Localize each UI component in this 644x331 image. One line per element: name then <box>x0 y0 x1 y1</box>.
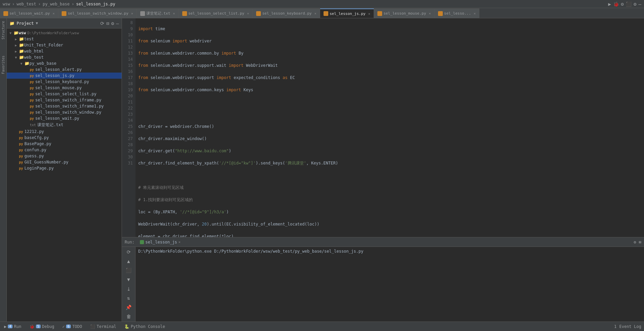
debug-icon[interactable]: 🐞 <box>613 1 619 7</box>
tree-item-basepage[interactable]: py BasePage.py <box>7 141 122 147</box>
tab-sel-lesson-js[interactable]: sel_lesson_js.py ✕ <box>320 8 374 18</box>
expand-arrow: ▶ <box>15 43 19 47</box>
tab-sel-lesson-wait[interactable]: sel_lesson_wait.py ✕ <box>0 8 58 18</box>
tree-item-wsw[interactable]: ▼ 📁 wsw D:\PythonWorkFolder\wsw <box>7 30 122 36</box>
bottom-tab-debug[interactable]: 🐞 5 Debug <box>28 322 56 331</box>
bc-active-file: sel_lesson_js.py <box>76 2 116 6</box>
tab-sel-lesson-keyboard[interactable]: sel_lesson_keyboard.py ✕ <box>253 8 320 18</box>
scroll-down-button[interactable]: ▼ <box>125 276 133 283</box>
debug-badge: 5 <box>36 325 41 328</box>
sidebar-header-actions: ⟳ ⊟ ⚙ — <box>100 21 119 26</box>
tree-item-sel-lesson-select-list[interactable]: py sel_lesson_select_list.py <box>7 91 122 97</box>
pin-button[interactable]: 📌 <box>125 304 133 311</box>
tree-item-sel-lesson-js[interactable]: py sel_lesson_js.py <box>7 73 122 79</box>
tab-label: sel_lesson_js.py <box>330 12 366 16</box>
tree-item-sel-lesson-wait[interactable]: py sel_lesson_wait.py <box>7 115 122 121</box>
stop-icon[interactable]: ⬛ <box>626 1 631 7</box>
tab-close[interactable]: ✕ <box>131 12 133 15</box>
tree-item-notes[interactable]: txt 课堂笔记.txt <box>7 121 122 129</box>
settings-icon[interactable]: ⚙ <box>111 21 114 26</box>
code-line-17: chr_driver.maximize_window() <box>138 136 641 142</box>
left-edge-panel: Structure Favorites <box>0 18 7 322</box>
breadcrumb: wsw › web_test › py_web_base › sel_lesso… <box>3 2 115 6</box>
tree-item-basecfg[interactable]: py baseCfg.py <box>7 135 122 141</box>
tab-sel-lesson-mouse[interactable]: sel_lesson_mouse.py ✕ <box>374 8 435 18</box>
tab-notes[interactable]: 课堂笔记.txt ✕ <box>137 8 179 18</box>
code-line-22: # 1.找到要滚动到可见区域的 <box>138 197 641 203</box>
run-tab-icon: ▶ <box>4 324 6 329</box>
tab-close[interactable]: ✕ <box>247 12 249 15</box>
tab-sel-lesson-select-list[interactable]: sel_lesson_select_list.py ✕ <box>179 8 253 18</box>
code-line-16: chr_driver = webdriver.Chrome() <box>138 123 641 130</box>
tree-item-guess[interactable]: py guess.py <box>7 153 122 159</box>
tab-close[interactable]: ✕ <box>53 12 55 15</box>
tree-item-unit-test-folder[interactable]: ▶ 📁 Unit_Test_Folder <box>7 42 122 48</box>
tab-icon-py <box>324 11 328 16</box>
tree-item-sel-lesson-mouse[interactable]: py sel_lesson_mouse.py <box>7 85 122 91</box>
tree-item-sel-lesson-switch-window[interactable]: py sel_lesson_switch_window.py <box>7 109 122 115</box>
minimize-sidebar-icon[interactable]: — <box>116 21 119 26</box>
project-tree: ▼ 📁 wsw D:\PythonWorkFolder\wsw ▶ 📁 test… <box>7 28 122 322</box>
tree-item-web-test[interactable]: ▼ 📁 web_test <box>7 54 122 60</box>
tree-item-test[interactable]: ▶ 📁 test <box>7 36 122 42</box>
code-line-23: loc = (By.XPATH, '//*[@id="9"]/h3/a') <box>138 209 641 215</box>
tree-item-confun[interactable]: py confun.py <box>7 147 122 153</box>
tree-item-web-html[interactable]: ▶ 📁 web_html <box>7 48 122 54</box>
py-file-icon: py <box>19 136 23 140</box>
minimize-icon[interactable]: — <box>639 1 641 7</box>
py-file-icon: py <box>19 167 23 170</box>
stop-button[interactable]: ⬛ <box>125 267 133 274</box>
folder-icon: 📁 <box>19 55 24 60</box>
bottom-tab-todo[interactable]: ✓ 6 TODO <box>61 322 83 331</box>
tab-close[interactable]: ✕ <box>314 12 316 15</box>
run-settings-restore[interactable]: ⊞ <box>639 240 641 245</box>
rerun-button[interactable]: ⟳ <box>125 248 133 255</box>
tab-close[interactable]: ✕ <box>474 12 476 15</box>
sync-icon[interactable]: ⟳ <box>100 21 104 26</box>
tree-item-label: sel_lesson_switch_iframe.py <box>35 98 101 102</box>
bottom-tab-run[interactable]: ▶ 4 Run <box>3 322 23 331</box>
tab-sel-lesson-more[interactable]: sel_lesso... ✕ <box>435 8 480 18</box>
settings-icon[interactable]: ⚙ <box>633 1 636 7</box>
trash-button[interactable]: 🗑 <box>125 313 133 320</box>
run-tab-label: Run <box>14 324 21 329</box>
run-tab-close[interactable]: ✕ <box>179 240 181 244</box>
sort-button[interactable]: ⇅ <box>125 294 133 301</box>
folder-icon: 📁 <box>19 43 24 47</box>
favorites-label[interactable]: Favorites <box>1 54 6 75</box>
scroll-up-button[interactable]: ▲ <box>125 257 133 265</box>
tab-icon-py <box>182 11 187 16</box>
tree-item-sel-lesson-keyboard[interactable]: py sel_lesson_keyboard.py <box>7 79 122 85</box>
project-dropdown-icon[interactable]: ▼ <box>36 21 38 25</box>
code-editor[interactable]: import time from selenium import webdriv… <box>136 18 644 237</box>
tree-item-loginpage[interactable]: py LoginPage.py <box>7 165 122 171</box>
structure-label[interactable]: Structure <box>1 20 6 41</box>
run-icon[interactable]: ▶ <box>608 1 611 7</box>
code-line-15 <box>138 111 641 117</box>
bottom-tab-python-console[interactable]: 🐍 Python Console <box>123 322 166 331</box>
tree-item-gui-guess[interactable]: py GUI_GuessNumber.py <box>7 159 122 165</box>
coverage-icon[interactable]: ⚙ <box>621 1 624 7</box>
line-numbers: 8 9 10 11 12 13 14 15 16 17 18 19 20 21 … <box>122 18 136 237</box>
tree-item-sel-lesson-alert[interactable]: py sel_lesson_alert.py <box>7 66 122 73</box>
tree-item-label: 12212.py <box>24 129 44 134</box>
bottom-tab-terminal[interactable]: ⬛ Terminal <box>89 322 118 331</box>
sidebar-title: Project <box>17 21 34 26</box>
tree-item-sel-lesson-switch-iframe[interactable]: py sel_lesson_switch_iframe.py <box>7 97 122 103</box>
collapse-icon[interactable]: ⊟ <box>106 21 109 26</box>
tab-close[interactable]: ✕ <box>429 12 431 15</box>
tree-item-12212[interactable]: py 12212.py <box>7 129 122 135</box>
tree-item-sel-lesson-switch-iframe1[interactable]: py sel_lesson_switch_iframe1.py <box>7 103 122 109</box>
todo-badge: 6 <box>66 325 71 328</box>
py-file-icon: py <box>19 154 23 158</box>
run-settings-gear[interactable]: ⚙ <box>634 240 636 245</box>
folder-icon: 📁 <box>19 49 24 54</box>
tab-close[interactable]: ✕ <box>173 12 175 15</box>
tree-item-label: sel_lesson_mouse.py <box>35 85 82 90</box>
editor-content[interactable]: 8 9 10 11 12 13 14 15 16 17 18 19 20 21 … <box>122 18 644 237</box>
scroll-to-end-button[interactable]: ⤓ <box>125 285 133 292</box>
tree-item-py-web-base[interactable]: ▼ 📁 py_web_base <box>7 60 122 66</box>
tab-close[interactable]: ✕ <box>368 12 370 16</box>
run-tab-sel-lesson-js[interactable]: sel_lesson_js ✕ <box>137 237 183 247</box>
tab-sel-lesson-switch-window[interactable]: sel_lesson_switch_window.py ✕ <box>58 8 137 18</box>
